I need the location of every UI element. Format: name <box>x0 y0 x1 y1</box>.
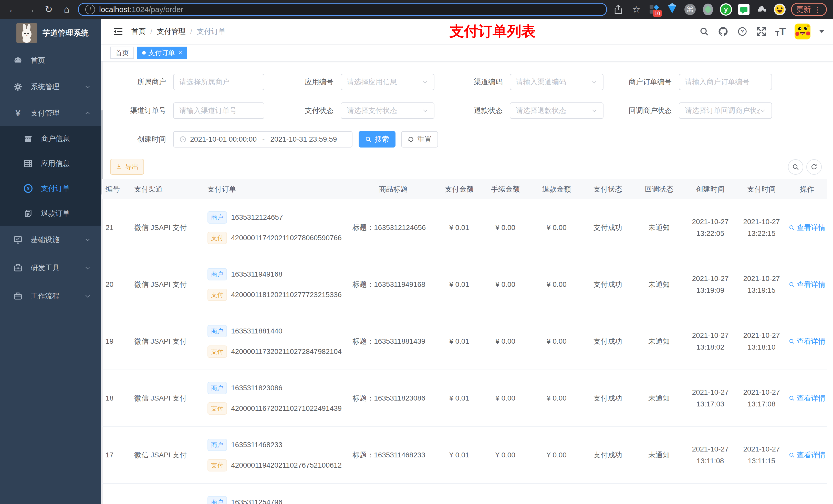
col-header-pay-status: 支付状态 <box>582 179 634 199</box>
extension-command-icon[interactable]: ⌘ <box>684 3 697 16</box>
orders-table: 编号 支付渠道 支付订单 商品标题 支付金额 手续金额 退款金额 支付状态 回调… <box>102 179 827 504</box>
create-time-range-picker[interactable]: 2021-10-01 00:00:00 - 2021-10-31 23:59:5… <box>173 131 353 147</box>
url-path: :1024/pay/order <box>129 5 183 14</box>
browser-back-button[interactable]: ← <box>6 3 20 16</box>
browser-menu-icon[interactable]: ⋮ <box>814 5 822 14</box>
merchant-filter-input[interactable] <box>173 74 264 90</box>
pay-status-text: 支付成功 <box>594 281 622 288</box>
tag-home[interactable]: 首页 <box>111 47 134 59</box>
app-title: 芋道管理系统 <box>43 28 89 39</box>
dashboard-icon <box>12 56 24 65</box>
view-detail-link[interactable]: 查看详情 <box>789 337 826 346</box>
sidebar-item-pay-order[interactable]: ¥ 支付订单 <box>0 176 101 201</box>
sidebar-item-app-info[interactable]: 应用信息 <box>0 151 101 176</box>
sidebar-item-system[interactable]: 系统管理 <box>0 73 101 100</box>
toggle-search-button[interactable] <box>788 159 803 175</box>
fullscreen-icon[interactable] <box>756 26 766 37</box>
col-header-channel: 支付渠道 <box>125 179 205 199</box>
pay-status-text: 支付成功 <box>594 337 622 345</box>
chevron-up-icon <box>84 110 91 117</box>
extension-emoji-icon[interactable] <box>773 3 786 16</box>
address-bar[interactable]: i localhost:1024/pay/order <box>78 3 607 16</box>
chevron-down-icon <box>84 293 91 299</box>
pay-submenu: 商户信息 应用信息 ¥ 支付订单 退款订单 <box>0 126 101 225</box>
filter-label-channel-order-no: 渠道订单号 <box>102 102 166 119</box>
help-icon[interactable]: ? <box>737 26 747 37</box>
sidebar-collapse-icon[interactable] <box>111 24 126 39</box>
sidebar-item-merchant-info[interactable]: 商户信息 <box>0 126 101 151</box>
col-header-id: 编号 <box>102 179 125 199</box>
filter-label-callback-status: 回调商户状态 <box>597 102 672 119</box>
bookmark-star-icon[interactable]: ☆ <box>629 3 643 16</box>
user-avatar[interactable] <box>794 24 810 40</box>
github-icon[interactable] <box>718 26 729 37</box>
merchant-tag: 商户 <box>208 439 227 451</box>
callback-status-select[interactable]: 请选择订单回调商户状态 <box>679 102 772 119</box>
browser-update-button[interactable]: 更新 ⋮ <box>791 3 827 16</box>
search-button[interactable]: 搜索 <box>359 131 396 147</box>
top-navbar: 首页 / 支付管理 / 支付订单 支付订单列表 ? TT <box>101 19 833 45</box>
reset-button[interactable]: 重置 <box>401 131 438 147</box>
chevron-down-icon <box>422 107 428 114</box>
sidebar-item-pay[interactable]: ¥ 支付管理 <box>0 100 101 126</box>
browser-reload-button[interactable]: ↻ <box>42 3 55 16</box>
refund-status-select[interactable]: 请选择退款状态 <box>510 102 603 119</box>
extension-recorder-icon[interactable] <box>701 3 715 16</box>
font-size-icon[interactable]: TT <box>775 26 786 37</box>
filter-label-app: 应用编号 <box>266 74 334 90</box>
pay-tag: 支付 <box>208 232 227 244</box>
table-row: 17 微信 JSAPI 支付 商户1635311468233 支付4200001… <box>102 427 827 483</box>
table-row-partial: 商户1635311254796 <box>102 483 827 504</box>
chevron-down-icon <box>84 265 91 271</box>
table-row: 21 微信 JSAPI 支付 商户1635312124657 支付4200001… <box>102 199 827 256</box>
view-detail-link[interactable]: 查看详情 <box>789 393 826 403</box>
channel-order-no-input[interactable] <box>173 102 264 119</box>
app-filter-select[interactable]: 请选择应用信息 <box>341 74 434 90</box>
sidebar-item-infra[interactable]: 基础设施 <box>0 225 101 254</box>
col-header-title: 商品标题 <box>348 179 439 199</box>
search-icon[interactable] <box>699 27 709 37</box>
channel-code-filter-select[interactable]: 请输入渠道编码 <box>510 74 603 90</box>
export-button[interactable]: 导出 <box>110 159 144 175</box>
sidebar-item-devtools[interactable]: 研发工具 <box>0 254 101 282</box>
close-icon[interactable]: × <box>178 49 182 56</box>
browser-home-button[interactable]: ⌂ <box>60 3 73 16</box>
logo-avatar <box>16 23 37 43</box>
merchant-order-no-input[interactable] <box>679 74 772 90</box>
chevron-down-icon[interactable] <box>819 30 824 33</box>
filter-label-create-time: 创建时间 <box>102 131 166 147</box>
share-icon[interactable] <box>612 3 625 16</box>
breadcrumb-pay[interactable]: 支付管理 <box>157 27 186 37</box>
pay-status-text: 支付成功 <box>594 223 622 232</box>
view-detail-link[interactable]: 查看详情 <box>789 450 826 460</box>
view-detail-link[interactable]: 查看详情 <box>789 280 826 289</box>
sidebar-item-refund-order[interactable]: 退款订单 <box>0 201 101 225</box>
pay-tag: 支付 <box>208 289 227 301</box>
col-header-refund: 退款金额 <box>531 179 582 199</box>
grid-icon <box>23 159 34 168</box>
url-host: localhost <box>99 5 129 14</box>
filter-label-merchant-order-no: 商户订单编号 <box>597 74 672 90</box>
filter-label-merchant: 所属商户 <box>102 74 166 90</box>
filter-label-channel-code: 渠道编码 <box>435 74 503 90</box>
extension-chat-icon[interactable] <box>737 3 751 16</box>
callback-status-text: 未通知 <box>648 223 670 232</box>
filter-label-refund-status: 退款状态 <box>435 102 503 119</box>
browser-forward-button[interactable]: → <box>24 3 38 16</box>
sidebar-item-workflow[interactable]: 工作流程 <box>0 282 101 310</box>
pay-status-select[interactable]: 请选择支付状态 <box>341 102 434 119</box>
extension-y-icon[interactable]: y <box>719 3 733 16</box>
view-detail-link[interactable]: 查看详情 <box>789 223 826 233</box>
extension-grid-icon[interactable]: 10 <box>647 3 661 16</box>
extensions-puzzle-icon[interactable] <box>755 3 768 16</box>
tag-pay-order[interactable]: 支付订单 × <box>137 47 187 59</box>
refresh-button[interactable] <box>806 159 822 175</box>
site-info-icon[interactable]: i <box>85 5 95 14</box>
col-header-actions: 操作 <box>787 179 827 199</box>
breadcrumb-home[interactable]: 首页 <box>132 27 146 37</box>
breadcrumb: 首页 / 支付管理 / 支付订单 <box>132 27 226 37</box>
extension-gem-icon[interactable] <box>665 3 679 16</box>
sidebar-item-home[interactable]: 首页 <box>0 47 101 73</box>
merchant-tag: 商户 <box>208 268 227 281</box>
chevron-down-icon <box>591 107 597 114</box>
